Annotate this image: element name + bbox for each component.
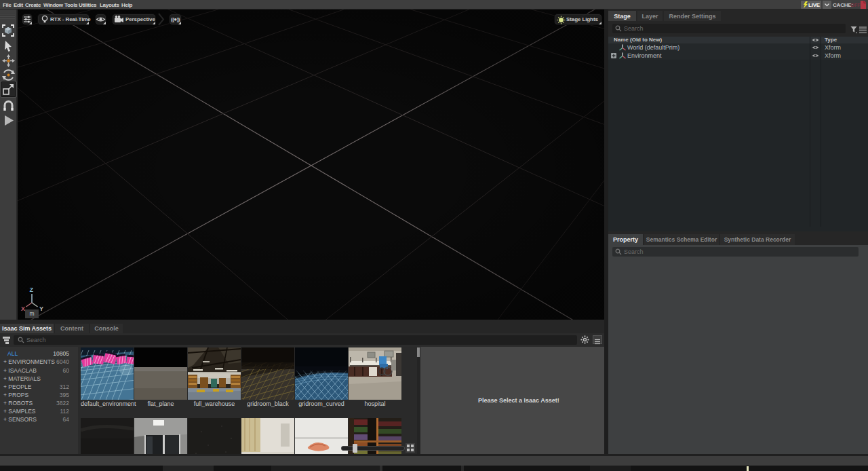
svg-text:Z: Z [30, 286, 34, 293]
svg-text:Y: Y [39, 305, 43, 312]
